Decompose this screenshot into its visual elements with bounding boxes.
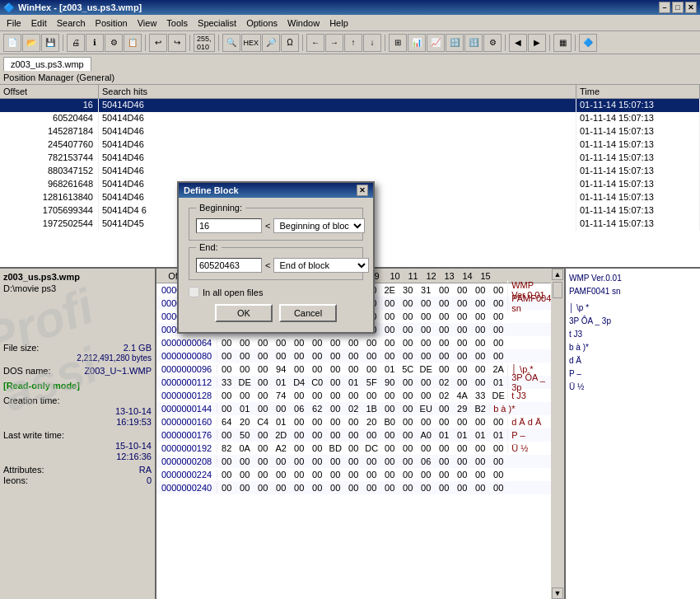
hex-byte[interactable]: 00 — [290, 417, 308, 427]
table-row[interactable]: 245407760 50414D46 01-11-14 15:07:13 — [0, 138, 700, 152]
hex-byte[interactable]: B0 — [380, 417, 399, 427]
hex-byte[interactable]: 00 — [489, 285, 507, 295]
hex-byte[interactable]: 00 — [344, 483, 362, 493]
hex-byte[interactable]: 00 — [399, 338, 417, 348]
hex-byte[interactable]: DE — [417, 364, 435, 374]
hex-byte[interactable]: 00 — [417, 338, 435, 348]
hex-byte[interactable]: 00 — [326, 417, 344, 427]
close-button[interactable]: ✕ — [685, 2, 697, 13]
hex-byte[interactable]: DC — [362, 443, 380, 453]
hex-byte[interactable]: 00 — [326, 470, 344, 480]
end-select[interactable]: End of block Beginning of block Absolute… — [273, 258, 369, 273]
hex-byte[interactable]: 00 — [417, 417, 435, 427]
hex-byte[interactable]: 00 — [344, 430, 362, 440]
toolbar-t5[interactable]: 🔢 — [464, 34, 483, 52]
hex-byte[interactable]: 00 — [399, 404, 417, 414]
hex-byte[interactable]: 62 — [308, 404, 326, 414]
hex-byte[interactable]: 90 — [380, 377, 399, 387]
toolbar-t4[interactable]: 🔡 — [446, 34, 464, 52]
hex-byte[interactable]: 00 — [453, 351, 471, 361]
hex-byte[interactable]: 00 — [236, 338, 254, 348]
hex-byte[interactable]: 00 — [344, 364, 362, 374]
hex-byte[interactable]: 00 — [272, 470, 290, 480]
hex-byte[interactable]: 00 — [362, 364, 380, 374]
hex-byte[interactable]: 2D — [272, 430, 290, 440]
hex-byte[interactable]: 00 — [489, 325, 507, 335]
hex-byte[interactable]: 29 — [453, 404, 471, 414]
hex-byte[interactable]: 74 — [272, 391, 290, 400]
hex-byte[interactable]: 00 — [236, 470, 254, 480]
hex-byte[interactable]: 82 — [217, 443, 236, 453]
hex-byte[interactable]: 00 — [254, 351, 272, 361]
hex-byte[interactable]: 00 — [326, 391, 344, 400]
hex-byte[interactable]: 00 — [417, 443, 435, 453]
hex-byte[interactable]: 00 — [308, 391, 326, 400]
hex-byte[interactable]: 00 — [380, 430, 399, 440]
hex-byte[interactable]: DE — [489, 391, 507, 400]
hex-byte[interactable]: 00 — [471, 298, 489, 308]
hex-byte[interactable]: 00 — [399, 391, 417, 400]
hex-byte[interactable]: 00 — [435, 443, 453, 453]
toolbar-extra[interactable]: 🔷 — [579, 34, 597, 52]
hex-byte[interactable]: 00 — [308, 364, 326, 374]
hex-byte[interactable]: 30 — [399, 285, 417, 295]
menu-position[interactable]: Position — [91, 16, 133, 30]
hex-byte[interactable]: 00 — [290, 338, 308, 348]
hex-byte[interactable]: 00 — [272, 351, 290, 361]
toolbar-search2[interactable]: 🔎 — [262, 34, 280, 52]
toolbar-t3[interactable]: 📈 — [427, 34, 445, 52]
menu-search[interactable]: Search — [52, 16, 91, 30]
hex-byte[interactable]: 00 — [380, 325, 399, 335]
hex-byte[interactable]: 00 — [236, 456, 254, 466]
hex-byte[interactable]: 00 — [417, 351, 435, 361]
toolbar-info[interactable]: ℹ — [86, 34, 104, 52]
hex-byte[interactable]: 00 — [471, 338, 489, 348]
hex-byte[interactable]: 2E — [380, 285, 399, 295]
hex-byte[interactable]: 00 — [453, 443, 471, 453]
table-row[interactable]: 782153744 50414D46 01-11-14 15:07:13 — [0, 152, 700, 165]
hex-byte[interactable]: 00 — [362, 351, 380, 361]
hex-byte[interactable]: 00 — [290, 391, 308, 400]
hex-byte[interactable]: C4 — [254, 417, 272, 427]
menu-tools[interactable]: Tools — [161, 16, 193, 30]
hex-byte[interactable]: 00 — [308, 338, 326, 348]
hex-byte[interactable]: 00 — [290, 456, 308, 466]
hex-byte[interactable]: 5C — [399, 364, 417, 374]
hex-byte[interactable]: 00 — [399, 417, 417, 427]
hex-byte[interactable]: 00 — [489, 456, 507, 466]
hex-byte[interactable]: 00 — [290, 364, 308, 374]
hex-byte[interactable]: 06 — [290, 404, 308, 414]
hex-byte[interactable]: 00 — [217, 483, 236, 493]
hex-byte[interactable]: 00 — [435, 483, 453, 493]
hex-byte[interactable]: 00 — [399, 483, 417, 493]
hex-byte[interactable]: 02 — [344, 404, 362, 414]
hex-byte[interactable]: 00 — [217, 404, 236, 414]
hex-byte[interactable]: 00 — [417, 311, 435, 321]
cancel-button[interactable]: Cancel — [279, 304, 337, 322]
hex-byte[interactable]: 00 — [380, 391, 399, 400]
menu-options[interactable]: Options — [241, 16, 282, 30]
hex-byte[interactable]: DE — [236, 377, 254, 387]
toolbar-b1[interactable]: 📋 — [124, 34, 142, 52]
hex-byte[interactable]: 00 — [236, 364, 254, 374]
hex-byte[interactable]: 1B — [362, 404, 380, 414]
hex-byte[interactable]: 00 — [380, 483, 399, 493]
all-files-checkbox[interactable] — [189, 287, 199, 297]
hex-byte[interactable]: 00 — [453, 417, 471, 427]
hex-byte[interactable]: 00 — [471, 483, 489, 493]
hex-byte[interactable]: 00 — [254, 470, 272, 480]
hex-byte[interactable]: 00 — [308, 443, 326, 453]
toolbar-grid[interactable]: ▦ — [553, 34, 572, 52]
hex-byte[interactable]: 00 — [399, 443, 417, 453]
hex-byte[interactable]: 00 — [308, 456, 326, 466]
hex-byte[interactable]: 00 — [344, 456, 362, 466]
hex-byte[interactable]: 00 — [380, 470, 399, 480]
hex-byte[interactable]: 00 — [254, 483, 272, 493]
hex-byte[interactable]: 01 — [489, 430, 507, 440]
hex-byte[interactable]: 00 — [380, 404, 399, 414]
hex-byte[interactable]: C0 — [308, 377, 326, 387]
hex-byte[interactable]: 00 — [471, 443, 489, 453]
hex-byte[interactable]: 00 — [489, 443, 507, 453]
hex-byte[interactable]: 00 — [254, 391, 272, 400]
hex-byte[interactable]: 2A — [489, 364, 507, 374]
